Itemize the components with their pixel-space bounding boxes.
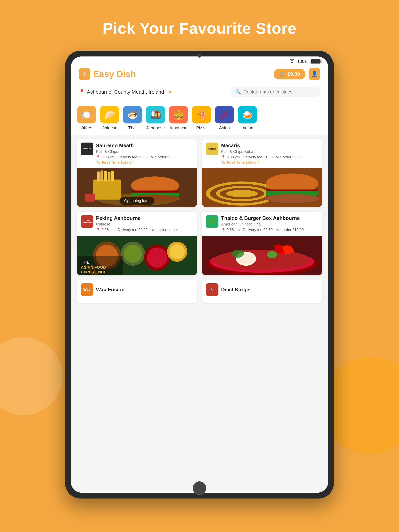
restaurant-logo-macaris: Macari's [206,143,219,155]
tablet-camera [198,54,201,58]
svg-text:EXPERIENCE: EXPERIENCE [81,270,107,274]
svg-point-46 [232,250,244,258]
svg-rect-4 [101,171,103,182]
restaurant-name-macaris: Macaris [221,143,318,149]
delivery-text-thaido: 0.55 km | Delivery fee €2.50 · Min order… [227,228,304,232]
wifi-icon [290,59,295,64]
restaurant-image-macaris [202,168,322,207]
delivery-info-peking: 📍 0.28 km | Delivery fee €2.00 · No mini… [96,228,193,232]
cuisine-peking: Chinese [96,222,193,227]
category-chip-asian[interactable]: 🥢 Asian [215,106,234,130]
delivery-info-macaris: 📍 0.08 km | Delivery fee €1.50 · Min ord… [221,155,318,159]
tablet-frame: 100% Easy Dish 🛒 [65,51,334,499]
category-chip-american[interactable]: 🍔 American [169,106,188,130]
location-dot-peking: 📍 [96,228,100,232]
svg-point-31 [147,248,167,268]
category-icon-pizza: 🍕 [192,106,211,123]
cuisine-macaris: Fish & Chips Kebab [221,149,318,154]
category-chip-thai[interactable]: 🍜 Thai [123,106,142,130]
restaurant-card-peking[interactable]: PEKINGASHBOURNE Peking Ashbourne Chinese… [77,212,197,275]
category-icon-indian: 🍛 [238,106,257,123]
restaurant-name-devil: Devil Burger [221,287,251,293]
svg-rect-13 [85,194,95,202]
category-label-thai: Thai [129,125,137,130]
restaurant-card-wau[interactable]: Wau Wau Fusion [77,280,197,303]
category-chip-pizza[interactable]: 🍕 Pizza [192,106,211,130]
search-input[interactable] [244,89,316,95]
app-header: Easy Dish 🛒 €0.00 👤 [71,65,328,84]
category-label-pizza: Pizza [196,125,207,130]
offer-icon-sanremo: 🏷️ [96,160,101,165]
restaurant-logo-peking: PEKINGASHBOURNE [81,215,93,228]
restaurants-scroll[interactable]: SANREMO Sanremo Meath Fish & Chips 📍 0.0… [71,135,328,493]
cart-icon: 🛒 [279,71,285,77]
category-chip-japanese[interactable]: 🍱 Japanese [146,106,165,130]
app-logo-icon [79,68,90,80]
battery-icon [310,59,320,64]
category-label-chinese: Chinese [102,125,117,130]
restaurant-logo-devil: 👹 [206,283,219,296]
svg-rect-5 [104,171,107,182]
restaurant-name-sanremo: Sanremo Meath [96,143,193,149]
svg-point-19 [226,190,258,197]
category-label-japanese: Japanese [146,125,165,130]
restaurant-image-peking: THE ASIAN FOOD EXPERIENCE [77,236,197,275]
cart-amount: €0.00 [287,71,300,77]
cart-button[interactable]: 🛒 €0.00 [274,69,305,79]
location-area[interactable]: 📍 Ashbourne, County Meath, Ireland ▼ [79,89,173,95]
logo-area: Easy Dish [79,68,136,80]
offer-sanremo: 🏷️ First Time 15% off [96,160,193,165]
svg-rect-3 [97,171,100,182]
profile-icon: 👤 [311,71,318,77]
delivery-text-peking: 0.28 km | Delivery fee €2.00 · No minium… [102,228,178,232]
profile-button[interactable]: 👤 [309,68,320,80]
restaurant-card-devil[interactable]: 👹 Devil Burger [202,280,322,303]
svg-point-33 [169,244,185,259]
delivery-info-thaido: 📍 0.55 km | Delivery fee €2.50 · Min ord… [221,228,318,232]
category-icon-american: 🍔 [169,106,188,123]
location-chevron-icon: ▼ [167,89,173,95]
location-text: Ashbourne, County Meath, Ireland [87,89,164,95]
category-icon-japanese: 🍱 [146,106,165,123]
category-icon-offers: 🍽️ [77,106,96,123]
restaurant-name-wau: Wau Fusion [96,287,124,293]
category-label-asian: Asian [219,125,230,130]
restaurant-card-sanremo[interactable]: SANREMO Sanremo Meath Fish & Chips 📍 0.0… [77,139,197,207]
category-label-american: American [169,125,188,130]
tablet-screen: 100% Easy Dish 🛒 [71,57,328,493]
restaurant-logo-thaido: 🌿 [206,215,219,228]
category-chip-offers[interactable]: 🍽️ Offers [77,106,96,130]
page-title: Pick Your Favourite Store [0,0,399,37]
offer-icon-macaris: 🏷️ [221,160,226,165]
svg-rect-7 [111,171,114,182]
svg-rect-2 [93,180,121,200]
category-chip-indian[interactable]: 🍛 Indian [238,106,257,130]
search-icon: 🔍 [235,89,241,95]
restaurant-logo-sanremo: SANREMO [81,143,93,155]
restaurant-card-thaido[interactable]: 🌿 Thaido & Burger Box Ashbourne American… [202,212,322,275]
delivery-text-macaris: 0.08 km | Delivery fee €1.50 · Min order… [227,155,302,159]
location-dot-thaido: 📍 [221,228,225,232]
restaurant-name-peking: Peking Ashbourne [96,215,193,221]
header-actions: 🛒 €0.00 👤 [274,68,320,80]
restaurant-logo-wau: Wau [81,283,93,296]
tablet-home-button[interactable] [193,481,206,495]
category-chip-chinese[interactable]: 🥟 Chinese [100,106,119,130]
location-dot-icon: 📍 [96,155,100,159]
categories-section: 🍽️ Offers 🥟 Chinese 🍜 Thai 🍱 Japanese 🍔 [71,101,328,135]
svg-text:ASIAN FOOD: ASIAN FOOD [81,265,106,270]
bg-decoration-left [0,337,62,415]
svg-point-47 [267,251,277,258]
category-icon-chinese: 🥟 [100,106,119,123]
status-bar: 100% [71,57,328,65]
svg-point-24 [265,194,319,203]
cuisine-sanremo: Fish & Chips [96,149,193,154]
category-label-offers: Offers [81,125,92,130]
svg-rect-6 [108,172,110,182]
category-icon-asian: 🥢 [215,106,234,123]
svg-text:THE: THE [81,260,90,265]
search-box[interactable]: 🔍 [231,87,320,97]
restaurant-image-sanremo: Openning later [77,168,197,207]
restaurant-card-macaris[interactable]: Macari's Macaris Fish & Chips Kebab 📍 0.… [202,139,322,207]
category-label-indian: Indian [242,125,253,130]
